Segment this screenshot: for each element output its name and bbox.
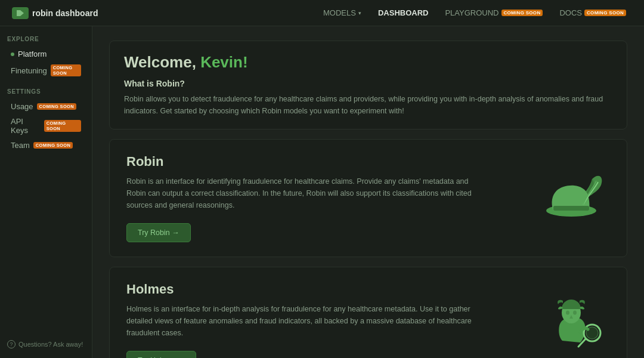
nav-models[interactable]: MODELS ▾: [317, 6, 367, 20]
nav-playground[interactable]: PLAYGROUND COMING SOON: [439, 6, 549, 20]
try-holmes-button[interactable]: Try Holmes →: [126, 351, 196, 358]
logo-text: robin dashboard: [32, 8, 98, 18]
holmes-card-content: Holmes Holmes is an interface for in-dep…: [126, 282, 472, 358]
robin-card-content: Robin Robin is an interface for identify…: [126, 154, 472, 242]
svg-point-4: [573, 311, 577, 315]
robin-title: Robin: [126, 154, 472, 169]
docs-badge: COMING SOON: [584, 10, 626, 16]
sidebar-content: EXPLORE Platform Finetuning COMING SOON …: [7, 36, 85, 162]
usage-badge: COMING SOON: [37, 103, 76, 110]
svg-point-3: [566, 311, 569, 315]
explore-label: EXPLORE: [7, 36, 85, 42]
chevron-down-icon: ▾: [358, 10, 361, 16]
logo: robin dashboard: [12, 7, 98, 19]
nav-docs[interactable]: DOCS COMING SOON: [553, 6, 632, 20]
header-nav: MODELS ▾ DASHBOARD PLAYGROUND COMING SOO…: [317, 6, 632, 20]
api-keys-badge: COMING SOON: [44, 120, 81, 132]
robin-card: Robin Robin is an interface for identify…: [109, 139, 627, 257]
holmes-illustration: [538, 296, 610, 356]
holmes-card: Holmes Holmes is an interface for in-dep…: [109, 267, 627, 358]
welcome-description: Robin allows you to detect fraudulence f…: [124, 93, 612, 117]
try-robin-button[interactable]: Try Robin →: [126, 223, 191, 242]
sidebar-explore-section: EXPLORE Platform Finetuning COMING SOON: [7, 36, 85, 79]
main-content: Welcome, Kevin! What is Robin? Robin all…: [92, 26, 644, 358]
sidebar: EXPLORE Platform Finetuning COMING SOON …: [0, 26, 92, 358]
sidebar-item-finetuning[interactable]: Finetuning COMING SOON: [7, 62, 85, 79]
robin-illustration: [538, 168, 610, 228]
finetuning-badge: COMING SOON: [51, 64, 81, 76]
sidebar-settings-section: SETTINGS Usage COMING SOON API Keys COMI…: [7, 88, 85, 152]
settings-label: SETTINGS: [7, 88, 85, 95]
sidebar-item-platform[interactable]: Platform: [7, 47, 85, 61]
main-layout: EXPLORE Platform Finetuning COMING SOON …: [0, 26, 644, 358]
nav-dashboard[interactable]: DASHBOARD: [372, 6, 435, 20]
question-icon: ?: [7, 340, 16, 348]
sidebar-item-api-keys[interactable]: API Keys COMING SOON: [7, 115, 85, 137]
header: robin dashboard MODELS ▾ DASHBOARD PLAYG…: [0, 0, 644, 26]
help-footer[interactable]: ? Questions? Ask away!: [7, 340, 85, 348]
svg-rect-1: [553, 206, 589, 211]
welcome-section: Welcome, Kevin! What is Robin? Robin all…: [109, 41, 627, 129]
logo-icon: [12, 7, 29, 19]
platform-dot: [11, 53, 14, 56]
robin-description: Robin is an interface for identifying fr…: [126, 175, 472, 211]
sidebar-item-team[interactable]: Team COMING SOON: [7, 138, 85, 152]
welcome-title: Welcome, Kevin!: [124, 53, 612, 72]
holmes-description: Holmes is an interface for in-depth anal…: [126, 303, 472, 339]
sidebar-item-usage[interactable]: Usage COMING SOON: [7, 100, 85, 113]
playground-badge: COMING SOON: [501, 10, 543, 16]
what-is-label: What is Robin?: [124, 79, 612, 88]
holmes-title: Holmes: [126, 282, 472, 297]
team-badge: COMING SOON: [33, 142, 73, 149]
